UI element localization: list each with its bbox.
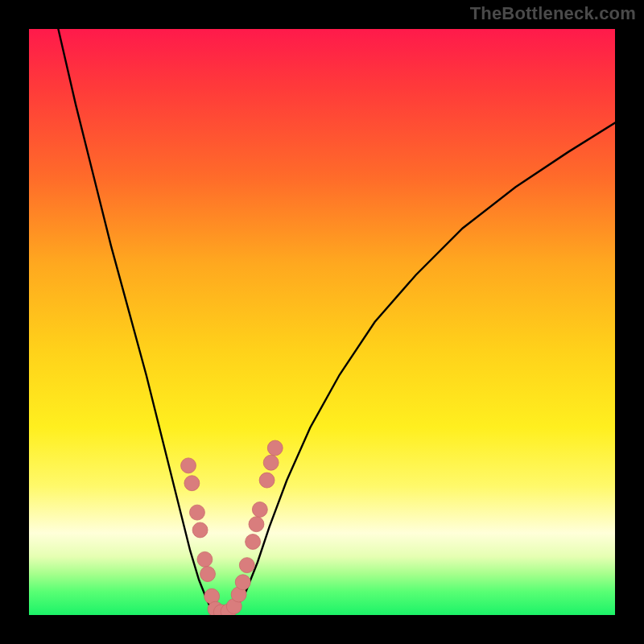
data-marker (249, 517, 264, 532)
data-marker (259, 473, 275, 488)
data-marker (197, 551, 213, 567)
chart-svg (29, 29, 615, 615)
data-marker (252, 502, 267, 518)
watermark-text: TheBottleneck.com (470, 3, 636, 24)
outer-frame: TheBottleneck.com (0, 0, 644, 644)
data-marker (184, 476, 200, 491)
data-marker (263, 455, 279, 470)
data-marker (246, 535, 261, 550)
data-marker (235, 575, 250, 590)
data-marker (181, 458, 196, 473)
marker-group (181, 440, 283, 615)
curve-right-branch (231, 122, 615, 613)
data-marker (192, 522, 208, 538)
curve-left-branch (58, 29, 215, 613)
data-marker (189, 505, 204, 520)
data-marker (239, 558, 254, 573)
data-marker (267, 440, 283, 456)
data-marker (200, 567, 216, 582)
curve-group (58, 29, 615, 614)
plot-area (29, 29, 615, 615)
